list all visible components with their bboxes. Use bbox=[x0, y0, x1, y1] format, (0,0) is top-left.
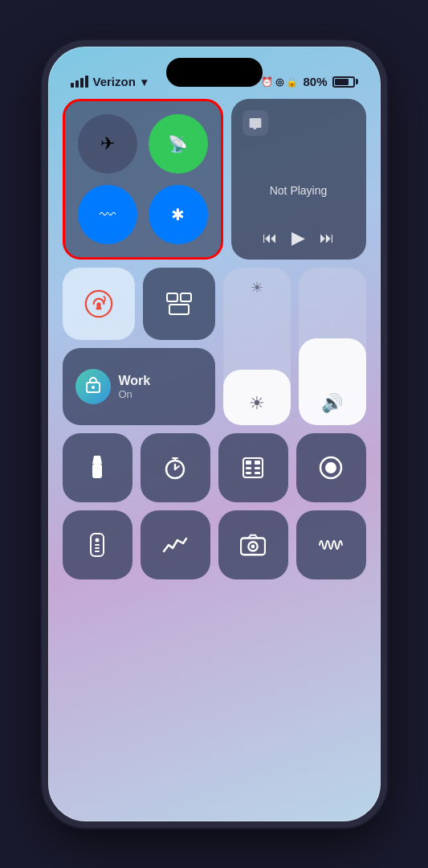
wifi-toggle[interactable]: 〰 bbox=[78, 185, 137, 244]
brightness-slider[interactable]: ☀ ☀ bbox=[223, 268, 291, 425]
battery-percent: 80% bbox=[303, 75, 327, 88]
calculator-button[interactable] bbox=[218, 433, 288, 502]
brightness-max-icon: ☀ bbox=[251, 279, 263, 297]
now-playing-header bbox=[243, 110, 355, 136]
camera-button[interactable] bbox=[218, 510, 288, 579]
hotspot-icon: 📡 bbox=[168, 134, 188, 154]
svg-rect-7 bbox=[92, 464, 102, 478]
icon-row-1 bbox=[63, 433, 366, 502]
media-controls: ⏮ ▶ ⏭ bbox=[243, 227, 355, 248]
wifi-status-icon: ▾ bbox=[141, 76, 147, 88]
svg-rect-22 bbox=[95, 551, 100, 552]
volume-slider[interactable]: 🔊 bbox=[299, 268, 366, 425]
screen-lock-button[interactable] bbox=[63, 268, 135, 340]
screen-mirror-button[interactable] bbox=[143, 268, 215, 340]
screen-record-button[interactable] bbox=[296, 433, 366, 502]
carrier-name: Verizon bbox=[93, 75, 136, 88]
status-extra-icons: ⏰ ◎ 🔒 bbox=[261, 76, 299, 88]
work-focus-sub: On bbox=[119, 388, 151, 400]
svg-point-17 bbox=[325, 462, 336, 473]
bluetooth-icon: ✱ bbox=[171, 205, 185, 224]
svg-rect-15 bbox=[255, 472, 260, 474]
row-tools: Work On ☀ ☀ 🔊 bbox=[63, 268, 366, 425]
svg-rect-12 bbox=[246, 467, 251, 469]
wifi-icon: 〰 bbox=[100, 206, 116, 224]
now-playing-title: Not Playing bbox=[243, 184, 355, 197]
airplane-mode-toggle[interactable]: ✈ bbox=[78, 114, 137, 174]
svg-rect-10 bbox=[246, 461, 251, 465]
timer-button[interactable] bbox=[141, 433, 210, 502]
voice-memo-button[interactable] bbox=[296, 510, 366, 579]
status-right: ⏰ ◎ 🔒 80% bbox=[261, 75, 358, 88]
svg-rect-20 bbox=[95, 544, 100, 546]
work-focus-title: Work bbox=[119, 374, 151, 388]
prev-button[interactable]: ⏮ bbox=[263, 230, 277, 247]
remote-button[interactable] bbox=[63, 510, 132, 579]
connectivity-group: ✈ 📡 〰 ✱ bbox=[63, 99, 223, 260]
left-tools: Work On bbox=[63, 268, 215, 425]
battery-icon bbox=[332, 76, 358, 88]
svg-point-19 bbox=[96, 538, 100, 542]
play-button[interactable]: ▶ bbox=[291, 227, 305, 248]
status-left: Verizon ▾ bbox=[71, 75, 147, 88]
svg-rect-4 bbox=[169, 305, 189, 314]
svg-point-6 bbox=[92, 386, 95, 389]
svg-rect-2 bbox=[167, 293, 177, 301]
next-button[interactable]: ⏭ bbox=[320, 230, 334, 247]
bluetooth-toggle[interactable]: ✱ bbox=[149, 185, 208, 244]
phone-frame: Verizon ▾ ⏰ ◎ 🔒 80% bbox=[42, 40, 387, 828]
stocks-button[interactable] bbox=[141, 510, 210, 579]
signal-strength bbox=[71, 76, 88, 88]
brightness-icon: ☀ bbox=[249, 393, 265, 414]
phone-screen: Verizon ▾ ⏰ ◎ 🔒 80% bbox=[48, 47, 381, 821]
svg-rect-14 bbox=[246, 472, 251, 474]
lock-mirror-row bbox=[63, 268, 215, 340]
svg-point-25 bbox=[251, 545, 255, 549]
icon-row-2 bbox=[63, 510, 366, 579]
svg-rect-11 bbox=[255, 461, 260, 465]
control-center: ✈ 📡 〰 ✱ bbox=[63, 99, 366, 789]
airplay-icon[interactable] bbox=[243, 110, 268, 136]
hotspot-toggle[interactable]: 📡 bbox=[149, 114, 208, 174]
row-connectivity: ✈ 📡 〰 ✱ bbox=[63, 99, 366, 260]
flashlight-button[interactable] bbox=[63, 433, 132, 502]
dynamic-island bbox=[166, 58, 263, 87]
svg-rect-3 bbox=[181, 293, 191, 301]
work-focus-icon bbox=[75, 369, 111, 404]
volume-icon: 🔊 bbox=[321, 393, 343, 414]
now-playing-widget: Not Playing ⏮ ▶ ⏭ bbox=[231, 99, 366, 260]
work-focus-widget[interactable]: Work On bbox=[63, 348, 215, 425]
airplane-icon: ✈ bbox=[100, 133, 115, 154]
svg-rect-13 bbox=[255, 467, 260, 469]
work-focus-text: Work On bbox=[119, 374, 151, 400]
svg-rect-21 bbox=[95, 547, 100, 549]
